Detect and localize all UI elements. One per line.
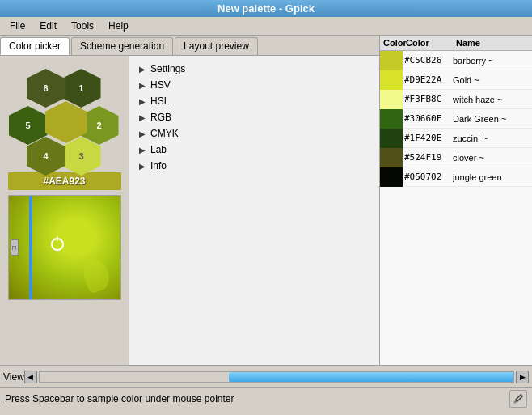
bottom-area: View ◀ ▶: [0, 365, 532, 387]
menu-edit[interactable]: Edit: [33, 19, 63, 33]
palette-header: Color Color Name: [380, 36, 532, 51]
tab-layout-preview[interactable]: Layout preview: [175, 37, 258, 55]
color-swatch-6: [380, 167, 403, 187]
scheme-item-lab[interactable]: ▶ Lab: [134, 142, 374, 158]
scheme-item-cmyk[interactable]: ▶ CMYK: [134, 125, 374, 142]
hex-4: #1F420E: [403, 133, 453, 143]
scheme-item-rgb[interactable]: ▶ RGB: [134, 109, 374, 125]
view-label[interactable]: View: [3, 371, 24, 383]
scheme-item-hsv[interactable]: ▶ HSV: [134, 77, 374, 93]
color-display[interactable]: #AEA923: [8, 172, 121, 190]
vertical-bar: [29, 196, 32, 299]
scheme-item-settings[interactable]: ▶ Settings: [134, 61, 374, 77]
menu-tools[interactable]: Tools: [65, 19, 100, 33]
status-text: Press Spacebar to sample color under mou…: [5, 393, 234, 404]
eyedropper-button[interactable]: [509, 390, 527, 408]
color-hex-value: #AEA923: [43, 176, 85, 187]
scroll-handle[interactable]: Π: [11, 239, 19, 256]
color-picker-panel: 1 2 3 4 5: [0, 56, 129, 365]
scheme-panel: ▶ Settings ▶ HSV ▶ HSL ▶ RGB ▶ CMYK: [129, 56, 379, 365]
arrow-icon: ▶: [139, 81, 146, 90]
palette-col-name: Name: [453, 38, 532, 48]
status-bar: Press Spacebar to sample color under mou…: [0, 387, 532, 409]
arrow-icon: ▶: [139, 113, 146, 122]
name-1: Gold ~: [453, 75, 532, 85]
scheme-label-cmyk: CMYK: [150, 128, 179, 139]
palette-row[interactable]: #050702 jungle green: [380, 167, 532, 187]
palette-row[interactable]: #524F19 clover ~: [380, 148, 532, 167]
name-3: Dark Green ~: [453, 114, 532, 124]
palette-col-swatch: Color: [380, 38, 403, 48]
eyedropper-icon: [513, 393, 524, 404]
arrow-icon: ▶: [139, 97, 146, 106]
name-0: barberry ~: [453, 56, 532, 66]
palette-row[interactable]: #F3FB8C witch haze ~: [380, 90, 532, 109]
main-container: Color picker Scheme generation Layout pr…: [0, 36, 532, 365]
arrow-icon: ▶: [139, 129, 146, 138]
scheme-label-info: Info: [150, 160, 167, 172]
hex-1: #D9E22A: [403, 74, 453, 85]
scheme-label-lab: Lab: [150, 144, 167, 155]
left-panel: Color picker Scheme generation Layout pr…: [0, 36, 380, 365]
name-2: witch haze ~: [453, 95, 532, 104]
svg-point-0: [514, 400, 517, 403]
scroll-thumb[interactable]: [229, 372, 513, 382]
palette-col-hex: Color: [403, 38, 453, 48]
menu-bar: File Edit Tools Help: [0, 17, 532, 36]
hex-5: #524F19: [403, 152, 453, 163]
palette-row[interactable]: #D9E22A Gold ~: [380, 70, 532, 90]
scheme-item-hsl[interactable]: ▶ HSL: [134, 93, 374, 109]
title-bar: New palette - Gpick: [0, 0, 532, 17]
palette-panel: Color Color Name #C5CB26 barberry ~ #D9E…: [380, 36, 532, 365]
arrow-icon: ▶: [139, 162, 146, 171]
tab-color-picker[interactable]: Color picker: [0, 37, 70, 55]
name-4: zuccini ~: [453, 133, 532, 143]
hex-grid: 1 2 3 4 5: [12, 62, 117, 167]
arrow-icon: ▶: [139, 146, 146, 155]
menu-file[interactable]: File: [3, 19, 32, 33]
scheme-label-settings: Settings: [150, 63, 185, 74]
palette-row[interactable]: #C5CB26 barberry ~: [380, 51, 532, 70]
scroll-icon: Π: [12, 244, 17, 252]
tab-bar: Color picker Scheme generation Layout pr…: [0, 36, 379, 56]
window-title: New palette - Gpick: [217, 2, 315, 15]
hex-6[interactable]: 6: [27, 69, 65, 108]
scheme-label-rgb: RGB: [150, 112, 171, 123]
color-swatch-2: [380, 90, 403, 109]
hex-2: #F3FB8C: [403, 94, 453, 104]
scroll-left-btn[interactable]: ◀: [24, 371, 37, 383]
hex-6: #050702: [403, 172, 453, 182]
name-6: jungle green: [453, 172, 532, 182]
scheme-label-hsl: HSL: [150, 95, 169, 107]
scroll-track[interactable]: [39, 371, 514, 383]
color-swatch-3: [380, 109, 403, 129]
hex-center[interactable]: [45, 101, 87, 143]
crosshair: [51, 238, 64, 251]
hex-0: #C5CB26: [403, 55, 453, 66]
arrow-icon: ▶: [139, 65, 146, 74]
scrollbar-area: ◀ ▶: [24, 371, 529, 383]
tab-scheme-generation[interactable]: Scheme generation: [71, 37, 173, 55]
color-swatch-1: [380, 70, 403, 90]
hex-1[interactable]: 1: [62, 69, 101, 108]
palette-row[interactable]: #30660F Dark Green ~: [380, 109, 532, 129]
menu-help[interactable]: Help: [102, 19, 135, 33]
scroll-right-btn[interactable]: ▶: [516, 371, 529, 383]
color-swatch-0: [380, 51, 403, 70]
color-swatch-4: [380, 129, 403, 148]
scheme-item-info[interactable]: ▶ Info: [134, 158, 374, 174]
image-preview: Π: [8, 195, 121, 300]
hex-3: #30660F: [403, 113, 453, 124]
palette-row[interactable]: #1F420E zuccini ~: [380, 129, 532, 148]
color-swatch-5: [380, 148, 403, 167]
name-5: clover ~: [453, 153, 532, 163]
tab-content: 1 2 3 4 5: [0, 56, 379, 365]
scheme-label-hsv: HSV: [150, 79, 171, 91]
